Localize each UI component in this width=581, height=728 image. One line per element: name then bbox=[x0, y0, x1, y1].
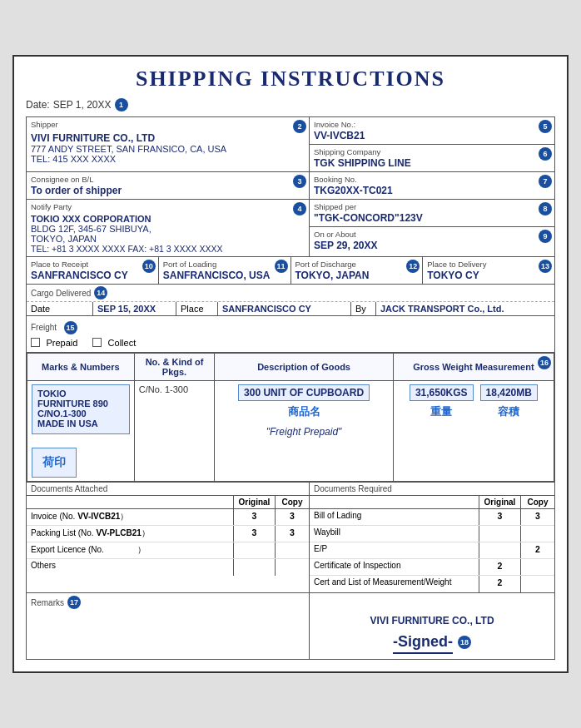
page-title: SHIPPING INSTRUCTIONS bbox=[26, 67, 555, 92]
docs-export-name: Export Licence (No. ） bbox=[27, 542, 234, 558]
circle-8: 8 bbox=[539, 202, 552, 215]
shipped-per-value: "TGK-CONCORD"123V bbox=[314, 212, 550, 224]
docs-cert-measurement-name: Cert and List of Measurement/Weight bbox=[310, 576, 479, 592]
date-value: SEP 1, 20XX bbox=[53, 99, 112, 111]
cargo-date-label: Date bbox=[27, 302, 93, 315]
docs-ep-name: E/P bbox=[310, 542, 479, 558]
cn-range-cell: C/No. 1-300 bbox=[134, 381, 215, 482]
invoice-value: VV-IVCB21 bbox=[314, 130, 550, 141]
booking-value: TKG20XX-TC021 bbox=[314, 185, 550, 196]
main-form: Shipper 2 VIVI FURNITURE CO., LTD 777 AN… bbox=[26, 116, 555, 660]
docs-row-export: Export Licence (No. ） bbox=[27, 542, 309, 559]
docs-bol-copy: 3 bbox=[521, 509, 554, 525]
pkgs-col-header: No. & Kind of Pkgs. bbox=[134, 354, 215, 381]
place-delivery-value: TOKYO CY bbox=[427, 270, 550, 281]
docs-attached-header: Documents Attached bbox=[27, 483, 309, 496]
date-row: Date: SEP 1, 20XX 1 bbox=[26, 98, 555, 111]
weight-measurement-cell: 31,650KGS 重量 18,420MB 容積 bbox=[393, 381, 554, 482]
place-delivery-label: Place to Delivery bbox=[427, 260, 550, 269]
circle-15: 15 bbox=[64, 321, 77, 334]
weight-col-header: Gross Weight Measurement 16 bbox=[393, 354, 554, 381]
docs-cert-inspection-name: Certificate of Inspection bbox=[310, 559, 479, 575]
remarks-left: Remarks 17 bbox=[27, 593, 310, 659]
shipper-cell: Shipper 2 VIVI FURNITURE CO., LTD 777 AN… bbox=[27, 117, 310, 171]
port-loading-label: Port of Loading bbox=[163, 260, 286, 269]
port-loading-cell: Port of Loading 11 SANFRANCISCO, USA bbox=[159, 257, 291, 284]
docs-others-copy bbox=[276, 559, 309, 576]
signed-text: -Signed- bbox=[393, 633, 453, 654]
docs-waybill-name: Waybill bbox=[310, 526, 479, 542]
shipped-per-sub: Shipped per 8 "TGK-CONCORD"123V bbox=[310, 200, 554, 227]
docs-attached-orig-header: Original bbox=[234, 496, 276, 508]
place-receipt-value: SANFRANCISCO CY bbox=[31, 270, 154, 281]
date-label: Date: bbox=[26, 99, 50, 111]
docs-others-name: Others bbox=[27, 559, 234, 576]
docs-required: Documents Required Original Copy Bill of… bbox=[310, 483, 554, 592]
cargo-by-label: By bbox=[351, 302, 376, 315]
description-cell: 300 UNIT OF CUPBOARD 商品名 "Freight Prepai… bbox=[215, 381, 394, 482]
docs-cert-inspection-copy bbox=[521, 559, 554, 575]
docs-cert-measurement-copy bbox=[521, 576, 554, 592]
desc-col-header: Description of Goods bbox=[215, 354, 394, 381]
docs-waybill-orig bbox=[479, 526, 521, 542]
circle-2: 2 bbox=[293, 120, 306, 133]
prepaid-checkbox[interactable] bbox=[31, 338, 40, 347]
docs-bol-orig: 3 bbox=[479, 509, 521, 525]
docs-cert-inspection-orig: 2 bbox=[479, 559, 521, 575]
description-value: 300 UNIT OF CUPBOARD bbox=[238, 384, 370, 401]
port-discharge-value: TOKYO, JAPAN bbox=[295, 270, 419, 281]
docs-row-invoice: Invoice (No. VV-IVCB21） 3 3 bbox=[27, 509, 309, 526]
shipper-line3: TEL: 415 XXX XXXX bbox=[31, 154, 305, 164]
invoice-label: Invoice No.: bbox=[314, 120, 550, 129]
annotation-weight: 重量 bbox=[410, 404, 474, 419]
remarks-section: Remarks 17 VIVI FURNITURE CO., LTD -Sign… bbox=[27, 592, 554, 659]
docs-row-cert-inspection: Certificate of Inspection 2 bbox=[310, 559, 554, 576]
cargo-by-value: JACK TRANSPORT Co., Ltd. bbox=[376, 302, 554, 315]
place-receipt-label: Place to Receipt bbox=[31, 260, 154, 269]
docs-waybill-copy bbox=[521, 526, 554, 542]
shipped-col: Shipped per 8 "TGK-CONCORD"123V On or Ab… bbox=[310, 200, 554, 256]
docs-invoice-name: Invoice (No. VV-IVCB21） bbox=[27, 509, 234, 525]
circle-16: 16 bbox=[538, 356, 551, 369]
notify-line2: BLDG 12F, 345-67 SHIBUYA, bbox=[31, 224, 305, 234]
docs-required-copy-header: Copy bbox=[521, 496, 554, 508]
shipped-per-label: Shipped per bbox=[314, 202, 550, 211]
notify-line3: TOKYO, JAPAN bbox=[31, 234, 305, 244]
booking-label: Booking No. bbox=[314, 175, 550, 184]
docs-required-orig-header: Original bbox=[479, 496, 521, 508]
collect-checkbox[interactable] bbox=[92, 338, 102, 347]
circle-6: 6 bbox=[539, 147, 552, 161]
collect-label: Collect bbox=[108, 338, 137, 348]
signature-company: VIVI FURNITURE CO., LTD bbox=[318, 615, 546, 626]
shipping-company-sub: Shipping Company 6 TGK SHIPPING LINE bbox=[310, 145, 554, 171]
docs-row-ep: E/P 2 bbox=[310, 542, 554, 559]
docs-attached: Documents Attached Original Copy Invoice… bbox=[27, 483, 310, 592]
invoice-shipping-col: Invoice No.: 5 VV-IVCB21 Shipping Compan… bbox=[310, 117, 554, 171]
docs-row-packing: Packing List (No. VV-PLCB21） 3 3 bbox=[27, 526, 309, 542]
marks-cell: TOKIOFURNITURE 890C/NO.1-300MADE IN USA … bbox=[27, 381, 135, 482]
cargo-label: Cargo Delivered 14 bbox=[27, 285, 554, 302]
consignee-label: Consignee on B/L bbox=[31, 175, 305, 184]
freight-prepaid-text: "Freight Prepaid" bbox=[219, 419, 389, 441]
docs-bol-name: Bill of Lading bbox=[310, 509, 479, 525]
on-or-about-value: SEP 29, 20XX bbox=[314, 240, 550, 251]
docs-packing-copy: 3 bbox=[276, 526, 309, 542]
circle-17: 17 bbox=[67, 596, 81, 609]
circle-9: 9 bbox=[539, 230, 552, 243]
shipper-line1: VIVI FURNITURE CO., LTD bbox=[31, 132, 305, 144]
freight-row: Freight 15 Prepaid Collect bbox=[27, 316, 554, 353]
docs-ep-orig bbox=[479, 542, 521, 558]
on-or-about-sub: On or About 9 SEP 29, 20XX bbox=[310, 227, 554, 254]
notify-line1: TOKIO XXX CORPORATION bbox=[31, 214, 305, 224]
port-loading-value: SANFRANCISCO, USA bbox=[163, 270, 286, 281]
docs-invoice-copy: 3 bbox=[276, 509, 309, 525]
consignee-booking-row: Consignee on B/L 3 To order of shipper B… bbox=[27, 172, 554, 200]
shipping-instructions-page: SHIPPING INSTRUCTIONS Date: SEP 1, 20XX … bbox=[12, 55, 569, 673]
circle-4: 4 bbox=[293, 202, 306, 215]
docs-attached-cols: Original Copy bbox=[27, 496, 309, 509]
invoice-sub: Invoice No.: 5 VV-IVCB21 bbox=[310, 117, 554, 145]
annotation-description: 商品名 bbox=[219, 404, 389, 419]
places-row: Place to Receipt 10 SANFRANCISCO CY Port… bbox=[27, 257, 554, 285]
docs-required-header: Documents Required bbox=[310, 483, 554, 496]
docs-packing-orig: 3 bbox=[234, 526, 276, 542]
